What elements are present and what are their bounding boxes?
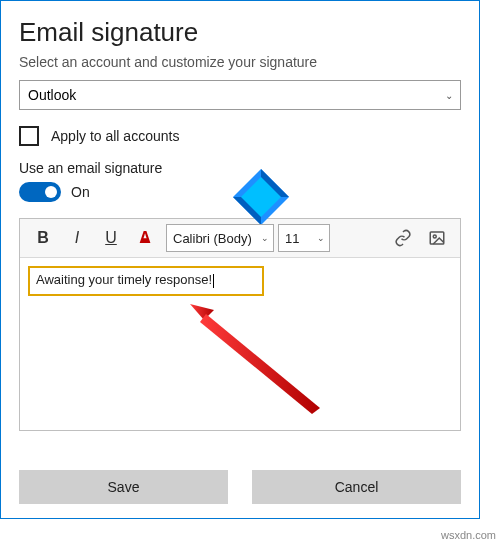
save-button[interactable]: Save xyxy=(19,470,228,504)
svg-point-5 xyxy=(433,235,436,238)
page-subtitle: Select an account and customize your sig… xyxy=(19,54,461,70)
toggle-knob xyxy=(45,186,57,198)
watermark: wsxdn.com xyxy=(441,529,496,541)
font-color-button[interactable]: A xyxy=(128,223,162,253)
annotation-arrow-icon xyxy=(190,304,320,414)
signature-textarea[interactable]: Awaiting your timely response! xyxy=(20,258,460,430)
insert-image-button[interactable] xyxy=(420,223,454,253)
toggle-state-label: On xyxy=(71,184,90,200)
font-size-value: 11 xyxy=(285,231,299,246)
app-logo-icon xyxy=(233,169,289,225)
editor-toolbar: B I U A Calibri (Body) ⌄ 11 ⌄ xyxy=(20,219,460,258)
font-name-select[interactable]: Calibri (Body) ⌄ xyxy=(166,224,274,252)
svg-marker-7 xyxy=(200,314,320,414)
signature-toggle[interactable] xyxy=(19,182,61,202)
apply-all-row: Apply to all accounts xyxy=(19,126,461,146)
account-select-value[interactable]: Outlook xyxy=(19,80,461,110)
signature-text: Awaiting your timely response! xyxy=(36,272,448,288)
italic-button[interactable]: I xyxy=(60,223,94,253)
underline-button[interactable]: U xyxy=(94,223,128,253)
account-select[interactable]: Outlook ⌄ xyxy=(19,80,461,110)
font-name-value: Calibri (Body) xyxy=(173,231,252,246)
apply-all-checkbox[interactable] xyxy=(19,126,39,146)
chevron-down-icon: ⌄ xyxy=(317,233,325,243)
email-signature-panel: Email signature Select an account and cu… xyxy=(0,0,480,519)
svg-rect-4 xyxy=(430,232,444,244)
page-title: Email signature xyxy=(19,17,461,48)
font-size-select[interactable]: 11 ⌄ xyxy=(278,224,330,252)
signature-editor: B I U A Calibri (Body) ⌄ 11 ⌄ xyxy=(19,218,461,431)
dialog-button-row: Save Cancel xyxy=(19,470,461,504)
bold-button[interactable]: B xyxy=(26,223,60,253)
apply-all-label: Apply to all accounts xyxy=(51,128,179,144)
insert-link-button[interactable] xyxy=(386,223,420,253)
svg-marker-6 xyxy=(190,304,214,320)
chevron-down-icon: ⌄ xyxy=(261,233,269,243)
text-caret xyxy=(213,274,214,288)
cancel-button[interactable]: Cancel xyxy=(252,470,461,504)
